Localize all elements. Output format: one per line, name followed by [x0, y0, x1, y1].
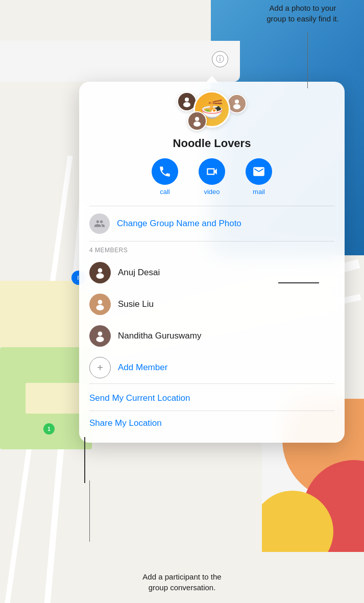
svg-point-19	[96, 273, 104, 279]
top-panel	[0, 41, 240, 82]
video-icon	[199, 158, 225, 185]
mail-icon	[246, 158, 272, 185]
share-location-button[interactable]: Share My Location	[79, 411, 345, 436]
video-button[interactable]: video	[199, 158, 225, 196]
svg-point-14	[235, 100, 239, 104]
green-map-marker: 1	[43, 423, 55, 435]
member-row-1[interactable]: Anuj Desai	[79, 257, 345, 288]
add-member-row[interactable]: + Add Member	[79, 352, 345, 383]
group-name: Noodle Lovers	[79, 133, 345, 158]
member-row-2[interactable]: Susie Liu	[79, 288, 345, 320]
svg-point-23	[96, 336, 104, 342]
avatar-group: 🍜	[79, 82, 345, 133]
info-button[interactable]: ⓘ	[212, 51, 228, 67]
annotation-line-group-name	[278, 282, 319, 283]
member-row-3[interactable]: Nanditha Guruswamy	[79, 320, 345, 352]
members-header: 4 MEMBERS	[79, 242, 345, 257]
annotation-line-add-member	[84, 437, 85, 483]
svg-rect-7	[26, 383, 87, 414]
svg-point-21	[96, 305, 104, 310]
svg-point-20	[98, 300, 103, 304]
tooltip-bottom: Add a participant to the group conversat…	[126, 571, 238, 593]
svg-point-12	[185, 98, 189, 102]
member-avatar-2	[89, 294, 111, 315]
change-group-row[interactable]: Change Group Name and Photo	[79, 206, 345, 241]
svg-point-16	[195, 117, 199, 121]
call-button[interactable]: call	[152, 158, 178, 196]
member-name-1: Anuj Desai	[118, 268, 160, 278]
avatar-member-3	[187, 111, 207, 131]
mail-button[interactable]: mail	[246, 158, 272, 196]
call-icon	[152, 158, 178, 185]
member-avatar-3	[89, 325, 111, 347]
send-location-button[interactable]: Send My Current Location	[79, 386, 345, 411]
location-section: Send My Current Location Share My Locati…	[79, 384, 345, 438]
member-name-3: Nanditha Guruswamy	[118, 331, 201, 341]
action-buttons-row: call video mail	[79, 158, 345, 206]
svg-point-18	[98, 268, 103, 273]
tooltip-top: Add a photo to your group to easily find…	[252, 3, 354, 24]
mail-label: mail	[253, 188, 265, 196]
group-icon	[89, 213, 110, 234]
svg-point-15	[233, 104, 240, 109]
add-member-icon: +	[89, 357, 111, 378]
member-name-2: Susie Liu	[118, 299, 154, 309]
info-icon: ⓘ	[216, 54, 224, 65]
annotation-line-top	[307, 32, 308, 88]
call-label: call	[160, 188, 170, 196]
change-group-label: Change Group Name and Photo	[117, 219, 241, 229]
video-label: video	[204, 188, 220, 196]
svg-point-17	[193, 122, 201, 127]
member-avatar-1	[89, 262, 111, 283]
annotation-line-bottom	[89, 480, 90, 542]
svg-point-13	[183, 102, 190, 107]
add-member-label: Add Member	[118, 363, 167, 373]
svg-point-22	[98, 331, 103, 336]
modal-card: 🍜 Noodle Lovers call video	[79, 82, 345, 443]
